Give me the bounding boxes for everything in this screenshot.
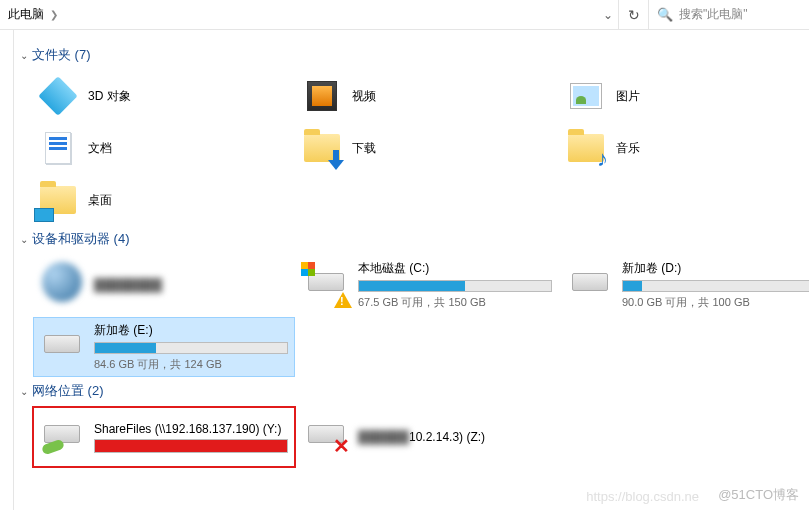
watermark-text: @51CTO博客 bbox=[718, 486, 799, 504]
network-drive-icon bbox=[40, 412, 84, 456]
folder-videos[interactable]: 视频 bbox=[298, 72, 558, 120]
pictures-icon bbox=[566, 76, 606, 116]
drive-free-text: 84.6 GB 可用，共 124 GB bbox=[94, 357, 288, 372]
network-drive-label: ██████10.2.14.3) (Z:) bbox=[358, 430, 552, 444]
folder-label: 桌面 bbox=[88, 192, 112, 209]
network-drive-disconnected-icon: ✕ bbox=[304, 412, 348, 456]
capacity-bar bbox=[94, 342, 288, 354]
watermark-text: https://blog.csdn.ne bbox=[586, 489, 699, 504]
3d-objects-icon bbox=[38, 76, 78, 116]
folder-downloads[interactable]: 下载 bbox=[298, 124, 558, 172]
capacity-bar bbox=[94, 439, 288, 453]
drive-label: 新加卷 (D:) bbox=[622, 260, 809, 277]
folder-music[interactable]: ♪ 音乐 bbox=[562, 124, 809, 172]
desktop-icon bbox=[38, 180, 78, 220]
hdd-icon bbox=[40, 322, 84, 366]
group-header-drives[interactable]: ⌄ 设备和驱动器 (4) bbox=[20, 230, 803, 248]
search-input[interactable]: 🔍 搜索"此电脑" bbox=[649, 0, 809, 29]
hdd-icon bbox=[568, 260, 612, 304]
error-x-icon: ✕ bbox=[333, 434, 350, 458]
drive-label: 本地磁盘 (C:) bbox=[358, 260, 552, 277]
folder-label: 下载 bbox=[352, 140, 376, 157]
drive-item-c[interactable]: 本地磁盘 (C:) 67.5 GB 可用，共 150 GB bbox=[298, 256, 558, 314]
chevron-right-icon: ❯ bbox=[50, 9, 58, 20]
folder-label: 3D 对象 bbox=[88, 88, 131, 105]
main-pane: ⌄ 文件夹 (7) 3D 对象 视频 图片 文档 下载 bbox=[14, 30, 809, 510]
drive-item-e[interactable]: 新加卷 (E:) 84.6 GB 可用，共 124 GB bbox=[34, 318, 294, 376]
network-drive-z[interactable]: ✕ ██████10.2.14.3) (Z:) bbox=[298, 408, 558, 466]
folder-label: 图片 bbox=[616, 88, 640, 105]
group-header-network[interactable]: ⌄ 网络位置 (2) bbox=[20, 382, 803, 400]
search-icon: 🔍 bbox=[657, 7, 673, 22]
breadcrumb[interactable]: 此电脑 ❯ ⌄ bbox=[0, 0, 619, 29]
documents-icon bbox=[38, 128, 78, 168]
capacity-bar bbox=[358, 280, 552, 292]
warning-icon bbox=[334, 292, 352, 308]
device-icon bbox=[40, 260, 84, 304]
chevron-down-icon: ⌄ bbox=[20, 50, 28, 61]
downloads-icon bbox=[302, 128, 342, 168]
folder-desktop[interactable]: 桌面 bbox=[34, 176, 294, 224]
drive-label: ████████ bbox=[94, 278, 288, 292]
folder-documents[interactable]: 文档 bbox=[34, 124, 294, 172]
search-placeholder: 搜索"此电脑" bbox=[679, 6, 748, 23]
folder-pictures[interactable]: 图片 bbox=[562, 72, 809, 120]
drive-free-text: 90.0 GB 可用，共 100 GB bbox=[622, 295, 809, 310]
hdd-icon bbox=[304, 260, 348, 304]
network-drive-label: ShareFiles (\\192.168.137.190) (Y:) bbox=[94, 422, 288, 436]
folder-label: 视频 bbox=[352, 88, 376, 105]
drive-label: 新加卷 (E:) bbox=[94, 322, 288, 339]
drive-free-text: 67.5 GB 可用，共 150 GB bbox=[358, 295, 552, 310]
videos-icon bbox=[302, 76, 342, 116]
music-icon: ♪ bbox=[566, 128, 606, 168]
network-drive-y[interactable]: ShareFiles (\\192.168.137.190) (Y:) bbox=[34, 408, 294, 466]
drive-item-obscured[interactable]: ████████ bbox=[34, 256, 294, 314]
chevron-down-icon[interactable]: ⌄ bbox=[598, 8, 618, 22]
chevron-down-icon: ⌄ bbox=[20, 386, 28, 397]
refresh-button[interactable]: ↻ bbox=[619, 0, 649, 29]
folder-label: 音乐 bbox=[616, 140, 640, 157]
nav-tree-collapsed[interactable] bbox=[0, 30, 14, 510]
folder-3d-objects[interactable]: 3D 对象 bbox=[34, 72, 294, 120]
folder-label: 文档 bbox=[88, 140, 112, 157]
capacity-bar bbox=[622, 280, 809, 292]
address-bar: 此电脑 ❯ ⌄ ↻ 🔍 搜索"此电脑" bbox=[0, 0, 809, 30]
group-header-folders[interactable]: ⌄ 文件夹 (7) bbox=[20, 46, 803, 64]
chevron-down-icon: ⌄ bbox=[20, 234, 28, 245]
drive-item-d[interactable]: 新加卷 (D:) 90.0 GB 可用，共 100 GB bbox=[562, 256, 809, 314]
breadcrumb-location[interactable]: 此电脑 bbox=[8, 6, 44, 23]
